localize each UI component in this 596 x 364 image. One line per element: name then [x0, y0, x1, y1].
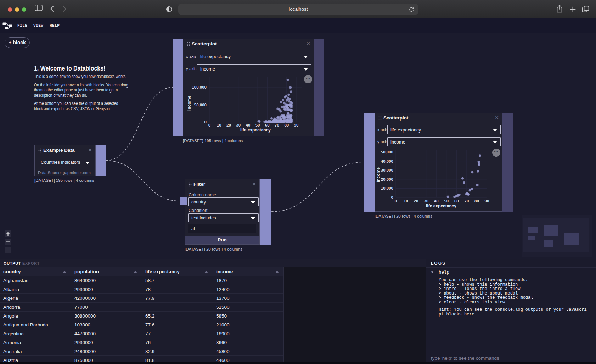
- svg-text:70: 70: [465, 199, 469, 203]
- svg-text:90: 90: [485, 199, 489, 203]
- svg-text:50,000: 50,000: [194, 103, 207, 107]
- svg-text:life expectancy: life expectancy: [240, 128, 271, 133]
- svg-text:40,000: 40,000: [381, 159, 393, 163]
- svg-text:30,000: 30,000: [381, 168, 393, 172]
- svg-text:100,000: 100,000: [192, 85, 207, 89]
- svg-text:30: 30: [236, 123, 241, 127]
- svg-text:20: 20: [414, 199, 418, 203]
- svg-text:90: 90: [294, 123, 299, 127]
- svg-text:0: 0: [204, 120, 207, 124]
- svg-text:30: 30: [424, 199, 428, 203]
- svg-text:life expectancy: life expectancy: [426, 203, 456, 208]
- svg-text:income: income: [376, 167, 381, 182]
- svg-text:80: 80: [474, 199, 479, 203]
- svg-text:60: 60: [454, 199, 459, 203]
- svg-text:60: 60: [265, 123, 270, 127]
- svg-text:0: 0: [391, 195, 393, 200]
- svg-text:income: income: [187, 96, 192, 111]
- svg-text:20,000: 20,000: [381, 177, 393, 181]
- svg-text:20: 20: [226, 123, 231, 127]
- svg-text:50: 50: [255, 123, 260, 127]
- svg-text:80: 80: [284, 123, 289, 127]
- svg-text:0: 0: [395, 199, 397, 203]
- svg-text:50,000: 50,000: [381, 150, 393, 154]
- svg-text:10: 10: [404, 199, 408, 203]
- svg-text:40: 40: [434, 199, 439, 203]
- svg-text:10: 10: [217, 123, 221, 127]
- svg-text:50: 50: [444, 199, 449, 203]
- svg-text:0: 0: [208, 123, 210, 127]
- svg-text:70: 70: [275, 123, 279, 127]
- svg-text:10,000: 10,000: [381, 186, 393, 190]
- svg-text:40: 40: [246, 123, 251, 127]
